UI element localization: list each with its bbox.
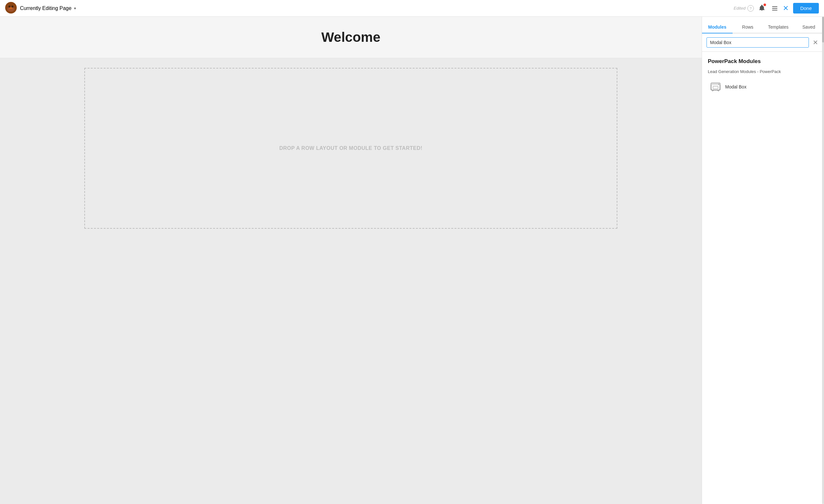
svg-rect-9 (772, 6, 778, 7)
sidebar-scrollbar[interactable] (822, 17, 824, 504)
page-title-section: Welcome (0, 17, 702, 58)
logo (5, 2, 17, 15)
help-icon[interactable]: ? (747, 5, 754, 12)
notification-icon-wrap[interactable] (758, 4, 765, 13)
search-clear-button[interactable]: ✕ (811, 39, 820, 46)
page-title: Welcome (0, 30, 702, 45)
modules-section-title: PowerPack Modules (708, 58, 818, 65)
search-area: ✕ (702, 33, 824, 52)
modules-category-label: Lead Generation Modules - PowerPack (708, 69, 818, 74)
topbar-title: Currently Editing Page (20, 5, 72, 11)
list-icon[interactable] (771, 5, 778, 12)
close-icon[interactable]: ✕ (783, 4, 789, 13)
dropdown-icon[interactable]: ▾ (74, 6, 76, 11)
tab-rows[interactable]: Rows (733, 21, 763, 33)
notification-dot (763, 4, 766, 6)
svg-point-4 (9, 6, 10, 7)
svg-rect-10 (772, 8, 778, 9)
svg-rect-16 (713, 86, 718, 89)
sidebar-tabs: Modules Rows Templates Saved (702, 17, 824, 33)
sidebar-panel: Modules Rows Templates Saved ✕ PowerPack… (702, 17, 824, 504)
tab-saved[interactable]: Saved (794, 21, 824, 33)
modal-box-label: Modal Box (725, 84, 746, 90)
sidebar-scrollbar-thumb (822, 17, 824, 42)
drop-zone[interactable]: DROP A ROW LAYOUT OR MODULE TO GET START… (84, 68, 618, 229)
search-input[interactable] (707, 37, 809, 47)
modules-content: PowerPack Modules Lead Generation Module… (702, 52, 824, 504)
svg-point-5 (12, 6, 13, 7)
canvas: Welcome DROP A ROW LAYOUT OR MODULE TO G… (0, 17, 702, 504)
done-button[interactable]: Done (793, 3, 819, 13)
edited-label: Edited (734, 6, 745, 11)
module-item-modal-box[interactable]: Modal Box (708, 79, 818, 95)
topbar: Currently Editing Page ▾ Edited ? ✕ Done (0, 0, 824, 17)
modal-box-icon (710, 81, 721, 93)
drop-zone-label: DROP A ROW LAYOUT OR MODULE TO GET START… (279, 145, 423, 151)
tab-templates[interactable]: Templates (763, 21, 794, 33)
main-area: Welcome DROP A ROW LAYOUT OR MODULE TO G… (0, 17, 824, 504)
svg-point-7 (6, 4, 9, 7)
svg-rect-11 (772, 10, 778, 10)
svg-point-8 (13, 4, 15, 7)
tab-modules[interactable]: Modules (702, 21, 733, 33)
